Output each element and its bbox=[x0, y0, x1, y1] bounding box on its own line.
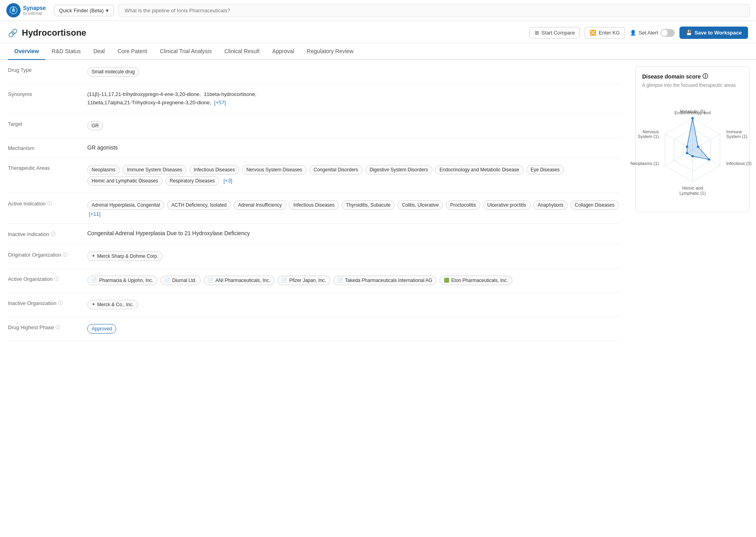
start-compare-button[interactable]: ⊞ Start Compare bbox=[530, 27, 580, 38]
label-neoplasms: Neoplasms (1) bbox=[630, 161, 659, 166]
doc-icon-5: 📄 bbox=[338, 278, 343, 283]
highest-phase-row: Drug Highest Phase ⓘ Approved bbox=[8, 317, 621, 341]
ai-thyroiditis: Thyroiditis, Subacute bbox=[342, 200, 395, 210]
org-icon: ✦ bbox=[92, 253, 95, 259]
inactive-org-tag: ✦ Merck & Co., Inc. bbox=[87, 300, 138, 309]
save-icon: 💾 bbox=[686, 30, 692, 36]
ai-colitis: Colitis, Ulcerative bbox=[397, 200, 443, 210]
org-logo-icon: 🟩 bbox=[444, 278, 449, 283]
ta-eye: Eye Diseases bbox=[526, 165, 564, 175]
enter-kg-button[interactable]: 🔀 Enter KG bbox=[585, 27, 625, 38]
synonyms-row: Synonyms (11β)-11,17,21-trihydroxypregn-… bbox=[8, 84, 621, 114]
active-org-label: Active Organization ⓘ bbox=[8, 275, 79, 282]
inactive-org-info-icon[interactable]: ⓘ bbox=[58, 300, 63, 307]
ta-respiratory: Respiratory Diseases bbox=[165, 176, 219, 186]
disease-domain-subtitle: A glimpse into the focused therapeutic a… bbox=[642, 82, 743, 88]
tab-overview[interactable]: Overview bbox=[8, 43, 45, 60]
brand-sub: by patsnap bbox=[23, 11, 46, 16]
target-value: GR bbox=[87, 120, 621, 131]
synonyms-text: (11β)-11,17,21-trihydroxypregn-4-ene-3,2… bbox=[87, 91, 257, 105]
org-ani: 📄 ANI Pharmaceuticals, Inc. bbox=[203, 276, 274, 285]
tab-core-patent[interactable]: Core Patent bbox=[111, 43, 154, 60]
tabs-bar: Overview R&D Status Deal Core Patent Cli… bbox=[0, 43, 756, 60]
synonyms-value: (11β)-11,17,21-trihydroxypregn-4-ene-3,2… bbox=[87, 90, 621, 107]
ta-immune: Immune System Diseases bbox=[123, 165, 186, 175]
active-org-info-icon[interactable]: ⓘ bbox=[54, 276, 59, 282]
mechanism-label: Mechanism bbox=[8, 144, 79, 151]
label-infectious: Infectious (3) bbox=[726, 161, 752, 166]
label-immune-2: System (1) bbox=[726, 134, 747, 139]
ta-infectious: Infectious Diseases bbox=[189, 165, 239, 175]
top-nav: Synapse by patsnap Quick Finder (Beta) ▾ bbox=[0, 0, 756, 21]
therapeutic-plus[interactable]: [+3] bbox=[223, 178, 232, 184]
left-panel: Drug Type Small molecule drug Synonyms (… bbox=[0, 60, 629, 341]
target-label: Target bbox=[8, 120, 79, 127]
inactive-indication-value: Congenital Adrenal Hyperplasia Due to 21… bbox=[87, 230, 621, 236]
label-endocrinology-2: Metabolic (5) bbox=[680, 109, 705, 114]
brand-name: Synapse bbox=[23, 5, 46, 12]
tab-clinical-trial[interactable]: Clinical Trial Analysis bbox=[154, 43, 218, 60]
ai-proctocolitis: Proctocolitis bbox=[446, 200, 480, 210]
org-eton: 🟩 Eton Pharmaceuticals, Inc. bbox=[439, 276, 512, 285]
ta-nervous: Nervous System Diseases bbox=[242, 165, 307, 175]
disease-domain-box: Disease domain score ⓘ A glimpse into th… bbox=[635, 66, 750, 212]
org-diurnal: 📄 Diurnal Ltd. bbox=[160, 276, 201, 285]
highest-phase-label: Drug Highest Phase ⓘ bbox=[8, 323, 79, 331]
drug-header: 🔗 Hydrocortisone ⊞ Start Compare 🔀 Enter… bbox=[0, 21, 756, 43]
radar-chart: Endocrinology and Metabolic (5) Immune S… bbox=[642, 94, 743, 205]
therapeutic-areas-row: Therapeutic Areas Neoplasms Immune Syste… bbox=[8, 158, 621, 193]
drug-icon: 🔗 bbox=[8, 28, 18, 38]
active-indication-row: Active Indication ⓘ Adrenal Hyperplasia,… bbox=[8, 193, 621, 224]
active-org-value: 📄 Pharmacia & Upjohn, Inc. 📄 Diurnal Ltd… bbox=[87, 275, 621, 286]
label-nervous-2: System (1) bbox=[638, 134, 659, 139]
tab-clinical-result[interactable]: Clinical Result bbox=[218, 43, 266, 60]
ai-infectious: Infectious Diseases bbox=[289, 200, 339, 210]
org-pharmacia: 📄 Pharmacia & Upjohn, Inc. bbox=[87, 276, 157, 285]
originator-label: Originator Organization ⓘ bbox=[8, 251, 79, 258]
drug-type-label: Drug Type bbox=[8, 66, 79, 73]
ta-congenital: Congenital Disorders bbox=[309, 165, 363, 175]
doc-icon: 📄 bbox=[92, 278, 97, 283]
alert-icon: 👤 bbox=[630, 30, 636, 36]
tab-deal[interactable]: Deal bbox=[87, 43, 111, 60]
therapeutic-areas-label: Therapeutic Areas bbox=[8, 164, 79, 171]
alert-toggle[interactable] bbox=[660, 29, 675, 37]
tab-rd-status[interactable]: R&D Status bbox=[45, 43, 87, 60]
toggle-knob bbox=[661, 30, 668, 36]
chevron-down-icon: ▾ bbox=[106, 8, 109, 13]
disease-domain-info-icon[interactable]: ⓘ bbox=[702, 73, 708, 80]
synonyms-plus[interactable]: [+57] bbox=[214, 99, 226, 107]
target-row: Target GR bbox=[8, 114, 621, 138]
therapeutic-areas-value: Neoplasms Immune System Diseases Infecti… bbox=[87, 164, 621, 186]
ta-hemic: Hemic and Lymphatic Diseases bbox=[87, 176, 163, 186]
active-indication-value: Adrenal Hyperplasia, Congenital ACTH Def… bbox=[87, 199, 621, 217]
right-panel: Disease domain score ⓘ A glimpse into th… bbox=[629, 60, 756, 341]
compare-icon: ⊞ bbox=[535, 30, 539, 36]
main-content: Drug Type Small molecule drug Synonyms (… bbox=[0, 60, 756, 341]
tab-regulatory[interactable]: Regulatory Review bbox=[301, 43, 360, 60]
active-indication-plus[interactable]: [+11] bbox=[89, 211, 100, 217]
radar-dot-immune bbox=[697, 146, 699, 148]
inactive-indication-label: Inactive Indication ⓘ bbox=[8, 230, 79, 238]
active-indication-info-icon[interactable]: ⓘ bbox=[47, 200, 52, 207]
tab-approval[interactable]: Approval bbox=[266, 43, 300, 60]
disease-domain-title: Disease domain score ⓘ bbox=[642, 73, 743, 80]
mechanism-row: Mechanism GR agonists bbox=[8, 138, 621, 158]
inactive-org-row: Inactive Organization ⓘ ✦ Merck & Co., I… bbox=[8, 293, 621, 317]
inactive-indication-row: Inactive Indication ⓘ Congenital Adrenal… bbox=[8, 224, 621, 244]
search-input[interactable] bbox=[119, 4, 750, 17]
kg-icon: 🔀 bbox=[590, 30, 596, 36]
ai-adrenal-insuff: Adrenal Insufficiency bbox=[234, 200, 286, 210]
label-hemic-2: Lymphatic (1) bbox=[679, 191, 706, 196]
highest-phase-info-icon[interactable]: ⓘ bbox=[56, 324, 60, 331]
originator-info-icon[interactable]: ⓘ bbox=[63, 251, 67, 258]
drug-title: 🔗 Hydrocortisone bbox=[8, 28, 86, 38]
drug-type-tag: Small molecule drug bbox=[87, 67, 139, 77]
radar-dot-infectious bbox=[708, 158, 710, 161]
inactive-indication-info-icon[interactable]: ⓘ bbox=[51, 231, 56, 238]
active-org-row: Active Organization ⓘ 📄 Pharmacia & Upjo… bbox=[8, 268, 621, 293]
set-alert-button[interactable]: 👤 Set Alert bbox=[630, 30, 658, 36]
save-workspace-button[interactable]: 💾 Save to Workspace bbox=[679, 27, 748, 39]
quick-finder-button[interactable]: Quick Finder (Beta) ▾ bbox=[54, 5, 114, 16]
ai-collagen: Collagen Diseases bbox=[570, 200, 619, 210]
